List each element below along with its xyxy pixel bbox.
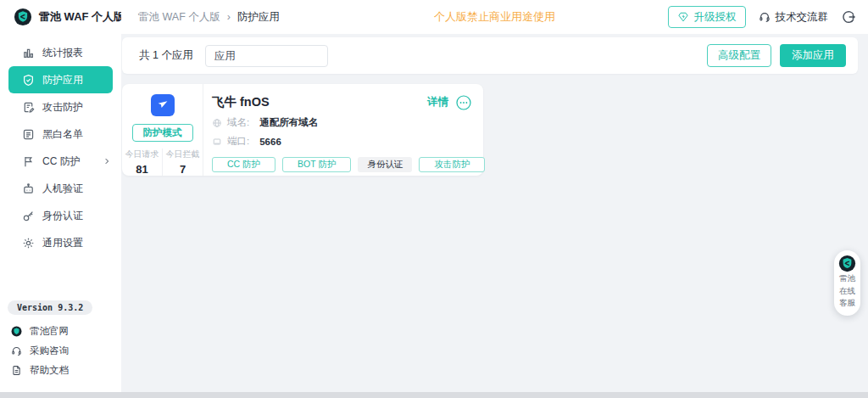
sidebar-item-general-settings[interactable]: 通用设置 — [0, 229, 121, 256]
tag-cc-protection[interactable]: CC 防护 — [212, 157, 275, 172]
brand-title: 雷池 WAF 个人版 — [39, 9, 125, 25]
sidebar-item-statistics[interactable]: 统计报表 — [0, 39, 121, 66]
tag-authentication[interactable]: 身份认证 — [358, 157, 412, 172]
topbar-actions: 升级授权 技术交流群 — [668, 6, 857, 28]
app-name: 飞牛 fnOS — [212, 94, 270, 110]
add-app-button[interactable]: 添加应用 — [780, 44, 846, 67]
shield-logo-icon — [11, 326, 22, 337]
support-widget-label: 雷池 — [839, 272, 855, 285]
breadcrumb-separator: › — [227, 11, 231, 23]
shield-logo-icon — [838, 255, 856, 272]
domain-row: 域名: 通配所有域名 — [212, 116, 471, 129]
sidebar-item-protected-apps[interactable]: 防护应用 — [8, 66, 113, 93]
more-options-icon[interactable] — [456, 95, 471, 110]
shield-logo-icon — [14, 8, 32, 26]
domain-label: 域名: — [227, 116, 249, 129]
key-icon — [22, 210, 35, 222]
port-icon — [212, 137, 222, 147]
gear-icon — [22, 237, 35, 249]
sidebar-item-black-white-list[interactable]: 黑白名单 — [0, 121, 121, 148]
sidebar-item-label: 人机验证 — [42, 182, 83, 196]
app-list-toolbar: 共 1 个应用 高级配置 添加应用 — [122, 37, 858, 74]
community-button[interactable]: 技术交流群 — [759, 10, 829, 25]
port-value: 5666 — [259, 137, 281, 147]
main-area: 个人版禁止商业用途使用 雷池 WAF 个人版 › 防护应用 升级授权 技术交流群 — [121, 0, 868, 392]
app-title-row: 飞牛 fnOS 详情 — [212, 94, 471, 110]
sidebar-item-attack-protection[interactable]: 攻击防护 — [0, 93, 121, 121]
globe-icon — [212, 118, 222, 128]
protection-mode-button[interactable]: 防护模式 — [132, 124, 193, 142]
fnos-app-icon — [151, 94, 175, 116]
upgrade-license-button[interactable]: 升级授权 — [668, 6, 746, 28]
sidebar-item-label: CC 防护 — [42, 154, 81, 169]
footer-link-label: 采购咨询 — [30, 345, 69, 357]
stat-label: 今日拦截 — [163, 149, 203, 160]
support-widget-label: 客服 — [839, 297, 855, 310]
window-bottom-edge — [0, 392, 868, 398]
list-frame-icon — [22, 128, 35, 141]
port-label: 端口: — [227, 135, 249, 148]
sidebar: 雷池 WAF 个人版 统计报表 防护应用 攻击防护 黑白名单 CC 防护 — [0, 0, 121, 392]
breadcrumb: 雷池 WAF 个人版 › 防护应用 — [138, 10, 280, 25]
footer-link-purchase[interactable]: 采购咨询 — [8, 341, 121, 361]
sidebar-item-label: 通用设置 — [42, 236, 83, 250]
stat-blocked-today: 今日拦截 7 — [162, 149, 203, 176]
stat-label: 今日请求 — [122, 149, 162, 160]
bar-chart-icon — [22, 47, 35, 59]
app-title-actions: 详情 — [427, 95, 471, 110]
sidebar-item-label: 黑白名单 — [42, 127, 83, 142]
advanced-config-button[interactable]: 高级配置 — [707, 44, 771, 67]
app-search-input[interactable] — [205, 45, 328, 67]
sidebar-item-authentication[interactable]: 身份认证 — [0, 202, 121, 229]
footer-link-label: 雷池官网 — [30, 325, 69, 338]
brand: 雷池 WAF 个人版 — [0, 0, 121, 32]
detail-link[interactable]: 详情 — [427, 95, 448, 109]
breadcrumb-root[interactable]: 雷池 WAF 个人版 — [138, 10, 220, 25]
app-card-details: 飞牛 fnOS 详情 域名: 通配所有域名 端口: 5 — [203, 84, 483, 176]
domain-value: 通配所有域名 — [259, 116, 318, 129]
support-widget-label: 在线 — [839, 285, 855, 298]
diamond-bolt-icon — [677, 11, 689, 23]
sidebar-item-label: 统计报表 — [42, 46, 83, 60]
attack-doc-icon — [22, 101, 35, 114]
sidebar-item-label: 防护应用 — [42, 73, 83, 87]
headset-icon — [759, 11, 771, 23]
app-stats: 今日请求 81 今日拦截 7 — [122, 149, 203, 176]
footer-link-label: 帮助文档 — [30, 364, 69, 377]
sidebar-nav: 统计报表 防护应用 攻击防护 黑白名单 CC 防护 人机验证 — [0, 32, 121, 256]
community-button-label: 技术交流群 — [776, 10, 829, 25]
content-area: 共 1 个应用 高级配置 添加应用 防护模式 今日请求 81 — [121, 34, 868, 392]
port-row: 端口: 5666 — [212, 135, 471, 148]
sidebar-item-captcha[interactable]: 人机验证 — [0, 175, 121, 202]
flag-icon — [22, 155, 35, 168]
top-bar: 个人版禁止商业用途使用 雷池 WAF 个人版 › 防护应用 升级授权 技术交流群 — [121, 0, 868, 34]
app-root: 雷池 WAF 个人版 统计报表 防护应用 攻击防护 黑白名单 CC 防护 — [0, 0, 868, 392]
footer-link-docs[interactable]: 帮助文档 — [8, 361, 121, 380]
breadcrumb-current: 防护应用 — [237, 10, 280, 25]
stat-value: 81 — [122, 163, 162, 176]
stat-requests-today: 今日请求 81 — [122, 149, 162, 176]
document-icon — [11, 365, 22, 376]
version-badge: Version 9.3.2 — [8, 300, 92, 315]
footer-link-official-site[interactable]: 雷池官网 — [8, 322, 121, 341]
app-card: 防护模式 今日请求 81 今日拦截 7 飞牛 fnOS — [122, 84, 483, 176]
sidebar-item-label: 攻击防护 — [42, 100, 83, 115]
shield-check-icon — [22, 74, 35, 87]
sidebar-footer: Version 9.3.2 雷池官网 采购咨询 帮助文档 — [0, 299, 121, 392]
robot-icon — [22, 182, 35, 195]
sidebar-item-label: 身份认证 — [42, 209, 83, 223]
toolbar-actions: 高级配置 添加应用 — [707, 44, 846, 67]
upgrade-button-label: 升级授权 — [694, 10, 737, 25]
online-support-widget[interactable]: 雷池 在线 客服 — [834, 250, 860, 316]
chevron-right-icon — [103, 157, 111, 165]
tag-bot-protection[interactable]: BOT 防护 — [282, 157, 351, 172]
tag-attack-protection[interactable]: 攻击防护 — [419, 157, 485, 172]
protection-tags: CC 防护 BOT 防护 身份认证 攻击防护 — [212, 157, 471, 172]
stat-value: 7 — [163, 163, 203, 176]
app-count-label: 共 1 个应用 — [139, 48, 193, 63]
headset-icon — [11, 345, 22, 356]
sidebar-item-cc-protection[interactable]: CC 防护 — [0, 148, 121, 175]
logout-icon[interactable] — [841, 9, 856, 25]
app-card-summary: 防护模式 今日请求 81 今日拦截 7 — [122, 84, 203, 176]
